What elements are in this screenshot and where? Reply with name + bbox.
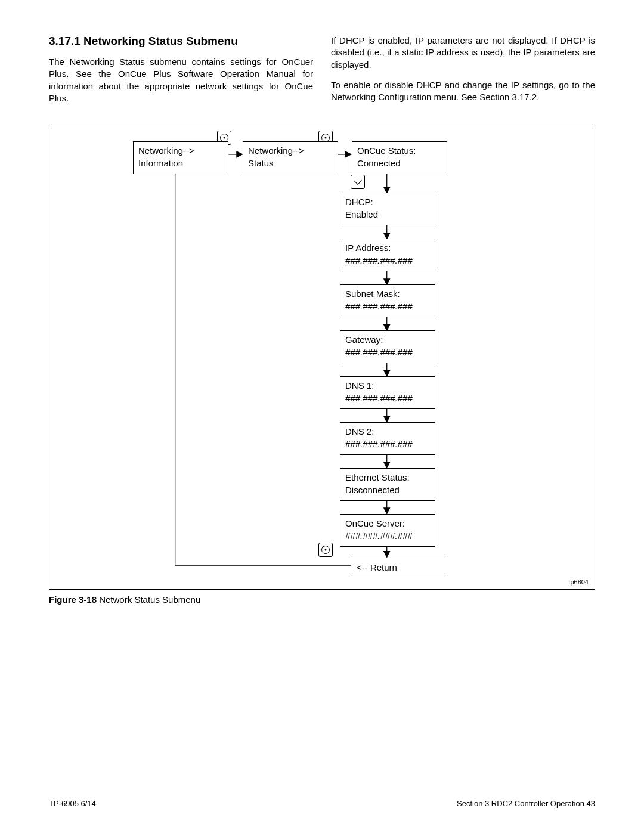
- menu-line-1: Subnet Mask:: [345, 288, 430, 300]
- menu-dhcp: DHCP: Enabled: [340, 193, 435, 225]
- caption-bold: Figure 3-18: [49, 594, 97, 605]
- caption-text: Network Status Submenu: [97, 594, 200, 605]
- menu-line-1: OnCue Status:: [357, 145, 442, 157]
- menu-line-1: DHCP:: [345, 196, 430, 208]
- menu-line-2: ###.###.###.###: [345, 346, 430, 358]
- menu-line-1: Ethernet Status:: [345, 472, 430, 484]
- select-icon: [318, 543, 333, 557]
- footer-right: Section 3 RDC2 Controller Operation 43: [457, 799, 595, 808]
- menu-line-2: Information: [138, 157, 223, 169]
- menu-line-1: Gateway:: [345, 334, 430, 346]
- menu-ip-address: IP Address: ###.###.###.###: [340, 239, 435, 271]
- paragraph-left: The Networking Status submenu contains s…: [49, 56, 313, 104]
- menu-line-2: Status: [248, 157, 333, 169]
- menu-return: <-- Return: [352, 558, 447, 577]
- menu-line-2: ###.###.###.###: [345, 301, 430, 312]
- section-heading: 3.17.1 Networking Status Submenu: [49, 35, 313, 48]
- return-label: <-- Return: [357, 562, 397, 572]
- menu-line-1: Networking-->: [248, 145, 333, 157]
- menu-gateway: Gateway: ###.###.###.###: [340, 330, 435, 363]
- menu-line-1: IP Address:: [345, 242, 430, 254]
- menu-oncue-status: OnCue Status: Connected: [352, 141, 447, 174]
- menu-subnet-mask: Subnet Mask: ###.###.###.###: [340, 284, 435, 317]
- figure-frame: Networking--> Information Networking--> …: [49, 125, 595, 590]
- figure-code: tp6804: [568, 578, 589, 586]
- menu-line-1: Networking-->: [138, 145, 223, 157]
- menu-line-2: ###.###.###.###: [345, 530, 430, 542]
- menu-line-1: DNS 1:: [345, 380, 430, 392]
- chevron-down-icon: [351, 175, 365, 189]
- menu-networking-status: Networking--> Status: [243, 141, 338, 174]
- paragraph-right-1: If DHCP is enabled, IP parameters are no…: [331, 35, 595, 71]
- menu-line-2: Disconnected: [345, 484, 430, 496]
- paragraph-right-2: To enable or disable DHCP and change the…: [331, 79, 595, 104]
- menu-line-2: ###.###.###.###: [345, 438, 430, 450]
- connector-lines: [49, 125, 595, 589]
- menu-line-1: DNS 2:: [345, 426, 430, 438]
- menu-dns2: DNS 2: ###.###.###.###: [340, 422, 435, 455]
- menu-line-2: ###.###.###.###: [345, 255, 430, 267]
- figure-caption: Figure 3-18 Network Status Submenu: [49, 594, 595, 605]
- menu-line-2: Connected: [357, 157, 442, 169]
- menu-oncue-server: OnCue Server: ###.###.###.###: [340, 514, 435, 547]
- menu-line-2: ###.###.###.###: [345, 392, 430, 404]
- menu-networking-information: Networking--> Information: [133, 141, 228, 174]
- footer-left: TP-6905 6/14: [49, 799, 96, 808]
- menu-line-1: OnCue Server:: [345, 518, 430, 529]
- menu-dns1: DNS 1: ###.###.###.###: [340, 376, 435, 409]
- menu-line-2: Enabled: [345, 209, 430, 221]
- menu-ethernet-status: Ethernet Status: Disconnected: [340, 468, 435, 501]
